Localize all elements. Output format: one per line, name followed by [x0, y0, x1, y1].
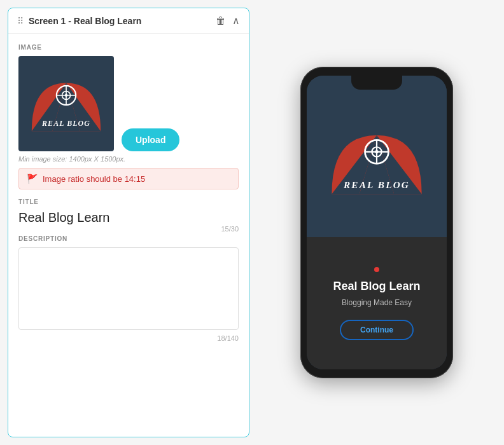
phone-continue-button[interactable]: Continue [340, 320, 414, 340]
description-textarea[interactable] [18, 247, 239, 330]
phone-top-section: REAL BLOG [307, 76, 447, 237]
phone-app-title: Real Blog Learn [333, 280, 420, 293]
phone-app-subtitle: Blogging Made Easy [342, 298, 412, 307]
title-char-count: 15/30 [18, 225, 239, 233]
svg-text:REAL BLOG: REAL BLOG [41, 119, 90, 128]
description-char-count: 18/140 [18, 334, 239, 342]
delete-icon[interactable]: 🗑 [216, 15, 226, 27]
phone-screen: REAL BLOG Real Blog Learn Blogging Made … [307, 76, 447, 369]
error-icon: 🚩 [27, 174, 38, 184]
panel-actions: 🗑 ∧ [216, 15, 240, 27]
error-text: Image ratio should be 14:15 [43, 174, 145, 184]
image-section: IMAGE [18, 44, 239, 189]
svg-text:REAL BLOG: REAL BLOG [343, 179, 410, 190]
panel-content: IMAGE [8, 34, 249, 437]
error-banner: 🚩 Image ratio should be 14:15 [18, 168, 239, 189]
panel-title: Screen 1 - Real Blog Learn [29, 16, 211, 26]
phone-logo-area: REAL BLOG [326, 123, 428, 199]
phone-notch [351, 76, 402, 90]
image-preview: REAL BLOG [18, 56, 114, 151]
upload-button[interactable]: Upload [122, 128, 179, 151]
min-size-text: Min image size: 1400px X 1500px. [18, 155, 239, 163]
collapse-icon[interactable]: ∧ [232, 15, 240, 27]
panel-header: ⠿ Screen 1 - Real Blog Learn 🗑 ∧ [8, 8, 249, 34]
description-label: DESCRIPTION [18, 235, 239, 242]
image-label: IMAGE [18, 44, 239, 51]
description-section: DESCRIPTION 18/140 [18, 235, 239, 342]
title-value: Real Blog Learn [18, 210, 239, 225]
phone-bottom-section: Real Blog Learn Blogging Made Easy Conti… [307, 237, 447, 369]
left-panel: ⠿ Screen 1 - Real Blog Learn 🗑 ∧ IMAGE [8, 8, 249, 437]
drag-icon[interactable]: ⠿ [17, 16, 24, 26]
title-section: TITLE Real Blog Learn 15/30 [18, 198, 239, 233]
phone-mockup: REAL BLOG Real Blog Learn Blogging Made … [300, 67, 453, 378]
phone-dot-indicator [374, 267, 379, 272]
title-label: TITLE [18, 198, 239, 205]
logo-svg: REAL BLOG [22, 59, 111, 148]
right-panel: REAL BLOG Real Blog Learn Blogging Made … [249, 0, 504, 445]
image-upload-area: REAL BLOG Upload [18, 56, 239, 151]
